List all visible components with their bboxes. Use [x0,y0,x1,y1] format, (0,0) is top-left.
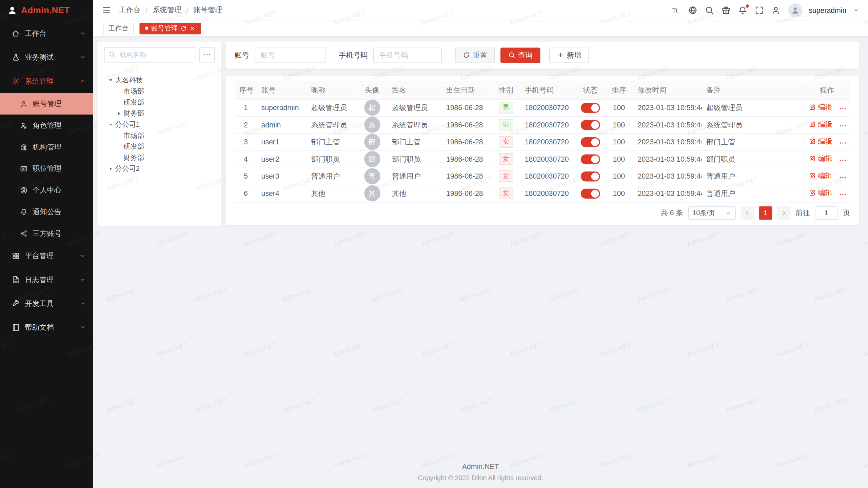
logo-title: Admin.NET [21,5,70,15]
cell-status [576,133,605,150]
tree-node[interactable]: 财务部 [97,152,221,163]
cell-modified: 2023-01-03 10:59:44 [633,99,702,116]
status-toggle[interactable] [580,137,600,147]
footer-copyright: Copyright © 2022 Dilon All rights reserv… [93,474,868,482]
column-header: 性别 [492,81,520,99]
sidebar-item-platform-management[interactable]: 平台管理 [0,244,93,268]
home-icon [12,29,20,38]
breadcrumb-item[interactable]: 工作台 [119,5,141,15]
sidebar-item-log-management[interactable]: 日志管理 [0,268,93,291]
font-size-icon[interactable]: Tt [672,5,681,15]
sidebar-item-help-docs[interactable]: 帮助文档 [0,316,93,339]
status-toggle[interactable] [580,120,600,129]
cell-name: 部门职员 [388,150,442,168]
refresh-icon[interactable] [180,25,186,31]
tree-node[interactable]: 研发部 [97,97,221,108]
pagination-total: 共 6 条 [661,208,683,218]
skin-icon[interactable] [721,5,731,15]
search-icon[interactable] [705,5,714,15]
status-toggle[interactable] [580,103,600,113]
more-icon[interactable] [839,156,847,164]
tab-workbench[interactable]: 工作台 [103,22,134,34]
pagination: 共 6 条 10条/页 1 前往 页 [661,206,850,220]
tree-node[interactable]: 分公司1 [97,119,221,130]
edit-label: 编辑 [818,137,832,146]
prev-page-button[interactable] [741,206,754,220]
breadcrumb-item[interactable]: 系统管理 [153,5,181,15]
org-search-input[interactable] [104,47,195,63]
edit-label: 编辑 [818,119,832,129]
add-button[interactable]: 新增 [549,47,589,63]
sidebar-item-notice[interactable]: 通知公告 [0,201,93,223]
sidebar-item-org-management[interactable]: 机构管理 [0,136,93,158]
status-toggle[interactable] [580,188,600,198]
app-logo: Admin.NET [0,0,93,20]
reset-button[interactable]: 重置 [455,47,495,63]
more-icon[interactable] [839,122,847,130]
caret-right-icon[interactable] [107,165,114,172]
cell-birthday: 1986-06-28 [442,116,492,134]
username[interactable]: superadmin [809,6,846,14]
phone-input[interactable] [373,47,441,63]
notification-icon[interactable] [738,5,747,15]
edit-button[interactable]: 编辑 [808,188,832,198]
tree-node[interactable]: 市场部 [97,86,221,97]
edit-button[interactable]: 编辑 [808,171,832,181]
tree-node[interactable]: 研发部 [97,141,221,152]
page-1-button[interactable]: 1 [759,206,772,220]
edit-button[interactable]: 编辑 [808,137,832,146]
sidebar-item-position-management[interactable]: 职位管理 [0,158,93,179]
sidebar-item-third-party-account[interactable]: 三方账号 [0,222,93,244]
more-icon[interactable] [839,105,847,113]
page-size-value: 10条/页 [692,208,715,218]
row-avatar: 系 [364,117,380,133]
tab-bar: 工作台账号管理 [93,20,868,36]
cell-remark: 普通用户 [702,168,804,185]
sidebar-item-business-test[interactable]: 业务测试 [0,45,93,69]
sidebar-item-system-management[interactable]: 系统管理 [0,69,93,93]
status-toggle[interactable] [580,171,600,181]
row-avatar: 其 [364,185,380,201]
more-icon[interactable] [839,139,847,147]
menu-toggle-icon[interactable] [102,5,111,15]
sidebar-item-personal-center[interactable]: 个人中心 [0,179,93,201]
tree-node[interactable]: 大名科技 [97,75,221,86]
more-icon[interactable] [839,173,847,181]
tree-node-label: 研发部 [123,142,144,151]
close-icon[interactable] [189,25,195,31]
goto-page-input[interactable] [815,206,838,220]
chevron-down-icon[interactable] [853,7,859,13]
org-more-button[interactable] [199,47,215,63]
sidebar-item-dev-tools[interactable]: 开发工具 [0,291,93,315]
next-page-button[interactable] [777,206,790,220]
chevron-down-icon [80,54,86,60]
cell-avatar: 其 [356,185,387,202]
column-header: 操作 [804,81,850,99]
sidebar-item-account-management[interactable]: 账号管理 [0,93,93,115]
search-button[interactable]: 查询 [500,47,540,63]
cell-status [576,150,605,168]
edit-button[interactable]: 编辑 [808,154,832,163]
fullscreen-icon[interactable] [754,5,764,15]
person-icon[interactable] [771,5,781,15]
tab-account-management[interactable]: 账号管理 [139,22,201,34]
edit-button[interactable]: 编辑 [808,102,832,112]
caret-down-icon[interactable] [107,121,114,128]
tree-node[interactable]: 市场部 [97,130,221,141]
cell-phone: 18020030720 [520,133,576,150]
cell-avatar: 系 [356,116,387,134]
tree-node[interactable]: 分公司2 [97,163,221,175]
caret-right-icon[interactable] [116,110,122,117]
account-input[interactable] [255,47,326,63]
status-toggle[interactable] [580,154,600,164]
tree-node[interactable]: 财务部 [97,108,221,119]
language-icon[interactable] [688,5,697,15]
cell-modified: 2023-01-03 10:59:44 [633,116,702,134]
page-size-select[interactable]: 10条/页 [688,206,735,220]
edit-button[interactable]: 编辑 [808,119,832,129]
sidebar-item-role-management[interactable]: 角色管理 [0,115,93,136]
more-icon[interactable] [839,190,847,199]
user-avatar[interactable] [788,3,802,17]
sidebar-item-workbench[interactable]: 工作台 [0,22,93,45]
caret-down-icon[interactable] [107,77,114,84]
